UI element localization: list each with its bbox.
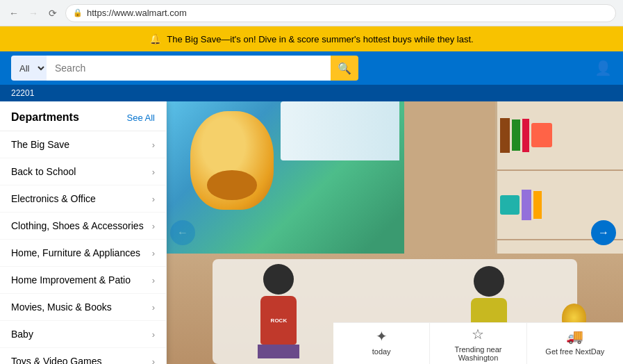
shelf-1 bbox=[497, 101, 623, 171]
girl-head bbox=[263, 264, 294, 295]
search-button[interactable]: 🔍 bbox=[331, 56, 358, 81]
sidebar-item-toys-video-games[interactable]: Toys & Video Games › bbox=[0, 348, 166, 364]
nextday-link-text: Get free NextDay bbox=[545, 347, 604, 356]
girl-skirt bbox=[258, 345, 299, 358]
lion-character bbox=[190, 111, 274, 210]
search-container: All 🔍 bbox=[11, 56, 358, 81]
see-all-link[interactable]: See All bbox=[127, 113, 155, 123]
today-link-text: today bbox=[372, 347, 391, 356]
chevron-right-icon: › bbox=[152, 167, 155, 177]
book2 bbox=[512, 119, 520, 151]
chevron-right-icon: › bbox=[152, 302, 155, 313]
url-text: https://www.walmart.com bbox=[87, 8, 187, 18]
decor1 bbox=[531, 123, 552, 147]
sidebar-item-movies-music-books[interactable]: Movies, Music & Books › bbox=[0, 294, 166, 321]
chevron-right-icon: › bbox=[152, 140, 155, 150]
book4 bbox=[522, 190, 531, 220]
sidebar-item-label: Movies, Music & Books bbox=[11, 301, 112, 313]
sidebar-item-home-improvement-patio[interactable]: Home Improvement & Patio › bbox=[0, 267, 166, 294]
back-button[interactable]: ← bbox=[7, 6, 21, 20]
girl-body: ROCK bbox=[260, 296, 297, 345]
sidebar-item-back-to-school[interactable]: Back to School › bbox=[0, 158, 166, 185]
truck-icon: 🚚 bbox=[566, 328, 583, 345]
account-icon-button[interactable]: 👤 bbox=[595, 60, 612, 76]
book1 bbox=[500, 118, 510, 153]
sidebar-item-label: Electronics & Office bbox=[11, 193, 96, 204]
sidebar-item-label: Baby bbox=[11, 329, 33, 340]
girl-figure: ROCK bbox=[258, 264, 299, 358]
star-filled-icon: ✦ bbox=[376, 328, 388, 345]
sidebar-item-label: The Big Save bbox=[11, 139, 69, 150]
promo-banner: 🔔 The Big Save—it's on! Dive in & score … bbox=[0, 26, 623, 51]
department-select[interactable]: All bbox=[11, 56, 47, 81]
sidebar-item-label: Home, Furniture & Appliances bbox=[11, 247, 140, 258]
pillows bbox=[281, 101, 399, 160]
location-bar: 22201 bbox=[0, 85, 623, 101]
header-icons: 👤 bbox=[595, 60, 612, 76]
lock-icon: 🔒 bbox=[73, 8, 83, 17]
walmart-page: 🔔 The Big Save—it's on! Dive in & score … bbox=[0, 26, 623, 364]
sidebar-item-baby[interactable]: Baby › bbox=[0, 321, 166, 348]
bottom-quick-links: ✦ today ☆ Trending near Washington 🚚 Get… bbox=[333, 322, 623, 364]
sidebar-item-home-furniture-appliances[interactable]: Home, Furniture & Appliances › bbox=[0, 240, 166, 267]
carousel-prev-button[interactable]: ← bbox=[170, 220, 195, 245]
sidebar-item-label: Back to School bbox=[11, 166, 76, 177]
bell-icon: 🔔 bbox=[149, 33, 161, 44]
sidebar-title: Departments bbox=[11, 111, 79, 124]
clock bbox=[500, 195, 520, 215]
browser-chrome: ← → ⟳ 🔒 https://www.walmart.com bbox=[0, 0, 623, 26]
nextday-link[interactable]: 🚚 Get free NextDay bbox=[527, 323, 623, 364]
location-zip: 22201 bbox=[11, 88, 34, 98]
refresh-button[interactable]: ⟳ bbox=[46, 6, 60, 20]
sidebar-item-label: Home Improvement & Patio bbox=[11, 274, 131, 286]
trending-link-text: Trending near Washington bbox=[435, 345, 520, 362]
chevron-right-icon: › bbox=[152, 275, 155, 286]
hero-area: ROCK bbox=[167, 101, 623, 364]
main-content: Departments See All The Big Save › Back … bbox=[0, 101, 623, 364]
today-link[interactable]: ✦ today bbox=[333, 323, 430, 364]
trending-link[interactable]: ☆ Trending near Washington bbox=[430, 323, 526, 364]
sidebar-header: Departments See All bbox=[0, 101, 166, 131]
sidebar-item-electronics-office[interactable]: Electronics & Office › bbox=[0, 185, 166, 213]
chevron-right-icon: › bbox=[152, 356, 155, 365]
chevron-right-icon: › bbox=[152, 329, 155, 340]
boy-head bbox=[474, 266, 504, 297]
chevron-right-icon: › bbox=[152, 194, 155, 204]
sidebar-item-label: Clothing, Shoes & Accessories bbox=[11, 220, 144, 231]
chevron-right-icon: › bbox=[152, 221, 155, 231]
book5 bbox=[533, 191, 542, 219]
promo-banner-text: The Big Save—it's on! Dive in & score su… bbox=[167, 34, 473, 44]
departments-sidebar: Departments See All The Big Save › Back … bbox=[0, 101, 167, 364]
site-header: All 🔍 👤 bbox=[0, 51, 623, 85]
search-input[interactable] bbox=[47, 56, 331, 81]
carousel-next-button[interactable]: → bbox=[591, 220, 616, 245]
address-bar[interactable]: 🔒 https://www.walmart.com bbox=[65, 4, 616, 22]
sidebar-item-clothing-shoes-accessories[interactable]: Clothing, Shoes & Accessories › bbox=[0, 213, 166, 240]
star-outline-icon: ☆ bbox=[472, 326, 484, 342]
search-icon: 🔍 bbox=[338, 62, 351, 75]
sidebar-item-label: Toys & Video Games bbox=[11, 356, 101, 364]
shirt-text: ROCK bbox=[271, 317, 288, 324]
chevron-right-icon: › bbox=[152, 248, 155, 258]
book3 bbox=[522, 119, 529, 152]
sidebar-item-the-big-save[interactable]: The Big Save › bbox=[0, 131, 166, 158]
lion-mane bbox=[207, 170, 257, 200]
sidebar-items-list: The Big Save › Back to School › Electron… bbox=[0, 131, 166, 364]
forward-button[interactable]: → bbox=[26, 6, 40, 20]
